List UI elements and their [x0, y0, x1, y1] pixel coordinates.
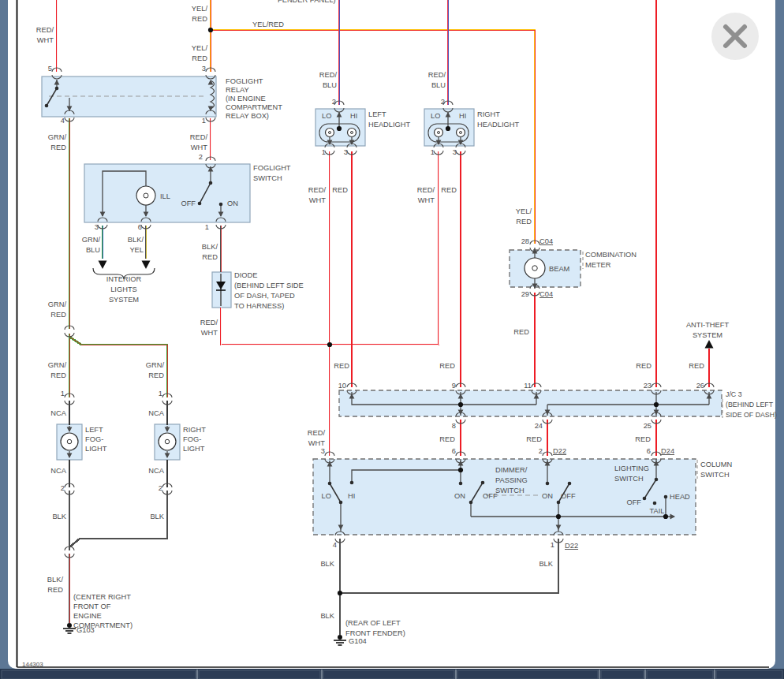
diagram-label: NCA [50, 409, 66, 417]
junction-dot [327, 342, 332, 347]
diagram-label: 3 [202, 65, 206, 73]
bulb-icon [61, 433, 78, 450]
diagram-label: (BEHIND LEFT SIDE [234, 282, 304, 289]
diagram-label: RELAY BOX) [226, 112, 269, 120]
diagram-label: GRN/ [48, 300, 67, 308]
diagram-label: RED [635, 435, 651, 443]
diagram-label: RED [439, 362, 455, 370]
diagram-label: FRONT OF [73, 603, 111, 610]
diagram-label: RED [689, 362, 704, 370]
diagram-label: RED [50, 144, 66, 151]
diagram-label: BLK [539, 560, 553, 568]
diagram-label: RED [439, 435, 455, 443]
thumbnail-tile[interactable] [199, 670, 320, 679]
diagram-label: D22 [565, 542, 578, 550]
diagram-label: FENDER PANEL) [278, 0, 336, 4]
junction-dot [556, 514, 561, 519]
diagram-label: OFF [181, 200, 196, 207]
contact-dot [45, 104, 49, 108]
diagram-label: BLK [320, 560, 334, 568]
diagram-label: GRN/ [48, 361, 67, 369]
diagram-label: ON [227, 200, 238, 207]
diagram-label: OF DASH, TAPED [234, 292, 295, 300]
diagram-label: 25 [644, 422, 651, 430]
diagram-label: 9 [452, 382, 456, 390]
bulb-icon [348, 129, 357, 137]
diagram-label: 3 [321, 447, 325, 455]
diagram-label: COLUMN [700, 461, 732, 468]
diagram-label: HEAD [670, 493, 690, 501]
diagram-label: INTERIOR [106, 275, 142, 283]
thumbnail-tile[interactable] [457, 670, 598, 679]
diagram-label: RED [192, 54, 207, 62]
close-button[interactable] [711, 13, 759, 60]
diagram-label: GRN/ [48, 133, 67, 141]
thumbnail-tile[interactable] [716, 670, 782, 679]
diagram-label: YEL/ [192, 44, 208, 52]
diagram-label: ANTI-THEFT [686, 321, 730, 329]
junction-dot [458, 402, 463, 407]
diagram-label: 2 [61, 484, 65, 492]
diagram-label: YEL [129, 246, 144, 254]
contact-dot [664, 495, 668, 499]
diagram-label: 5 [48, 65, 52, 73]
diagram-label: 6 [138, 223, 142, 231]
diagram-label: LIGHT [85, 445, 107, 453]
contact-dot [339, 501, 343, 505]
diagram-label: NCA [148, 467, 164, 475]
diagram-label: SWITCH [253, 174, 282, 182]
thumbnail-tile[interactable] [647, 670, 713, 679]
diagram-label: HI [459, 112, 466, 120]
junction-dot [458, 468, 463, 472]
diagram-label: ILL [160, 192, 170, 200]
diagram-label: 6 [647, 447, 651, 455]
diagram-label: 1 [61, 390, 65, 397]
diagram-label: ENGINE [73, 612, 102, 620]
diagram-label: 2 [159, 484, 162, 492]
diagram-label: RELAY [226, 86, 249, 94]
diagram-label: (REAR OF LEFT [345, 619, 401, 627]
ground-icon [67, 623, 72, 628]
thumbnail-tile[interactable] [2, 670, 196, 679]
diagram-label: DIODE [234, 271, 257, 279]
diagram-label: BLK [320, 612, 334, 620]
diagram-label: 3 [344, 148, 348, 156]
diagram-label: RED/ [308, 186, 327, 194]
diagram-label: 1 [159, 390, 162, 397]
diagram-label: 2 [441, 98, 445, 106]
bulb-icon [525, 258, 545, 278]
diagram-label: LO [322, 112, 331, 120]
diagram-label: SYSTEM [109, 296, 139, 304]
diagram-label: D24 [661, 447, 674, 455]
diagram-label: YEL/ [516, 207, 532, 215]
contact-dot [350, 481, 354, 485]
diagram-label: TAIL [650, 507, 665, 515]
bulb-icon [435, 129, 443, 137]
junction-dot [337, 126, 342, 131]
junction-dot [338, 591, 342, 595]
diagram-label: LO [431, 112, 440, 120]
thumbnail-tile[interactable] [323, 670, 454, 679]
diagram-label: (CENTER RIGHT [73, 593, 131, 601]
junction-dot [654, 402, 659, 407]
diagram-label: RED [334, 362, 349, 370]
diagram-label: LEFT [368, 110, 386, 118]
thumbnail-tile[interactable] [601, 670, 644, 679]
diagram-viewer: FENDER PANEL)YEL/REDRED/WHTYEL/REDYEL/RE… [0, 0, 784, 679]
diagram-label: SYSTEM [693, 331, 722, 339]
diagram-label: NCA [148, 409, 164, 417]
bulb-icon [136, 186, 155, 205]
diagram-label: 1 [202, 117, 206, 125]
diagram-label: RED [516, 218, 532, 226]
diagram-label: BEAM [549, 265, 569, 273]
diagram-label: RED/ [428, 71, 446, 79]
diagram-label: FOGLIGHT [253, 164, 291, 172]
diagram-label: RED/ [190, 133, 208, 141]
contact-dot [198, 202, 202, 206]
diagram-label: NCA [50, 467, 66, 475]
contact-dot [546, 482, 550, 486]
wiring-diagram-canvas: FENDER PANEL)YEL/REDRED/WHTYEL/REDYEL/RE… [0, 0, 784, 679]
diagram-label: BLK/ [202, 243, 218, 251]
diagram-label: METER [585, 261, 611, 269]
diagram-label: LIGHTS [110, 285, 137, 293]
